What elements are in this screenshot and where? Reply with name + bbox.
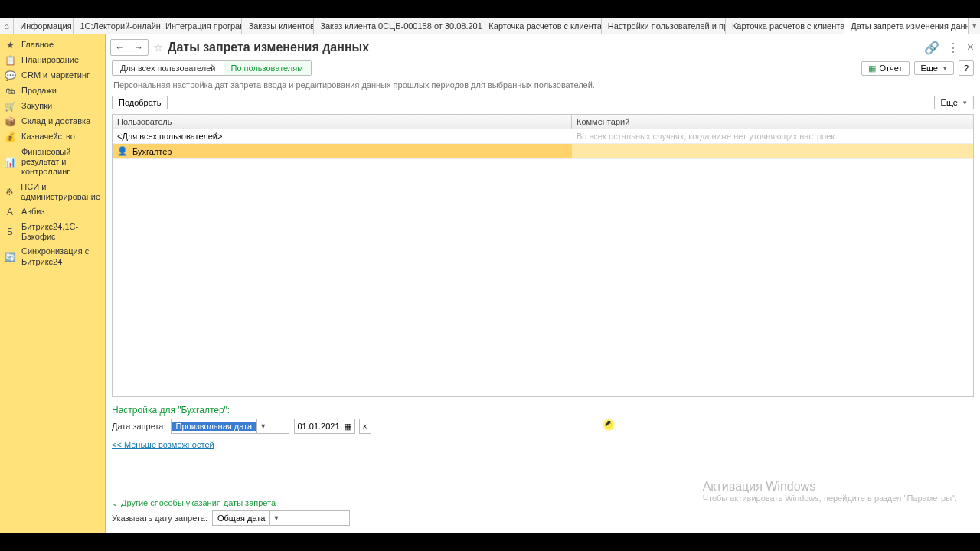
seg-by-users[interactable]: По пользователям <box>224 61 311 75</box>
seg-all-users[interactable]: Для всех пользователей <box>113 61 224 75</box>
kebab-icon[interactable]: ⋮ <box>947 41 959 55</box>
chevron-down-icon: ▼ <box>270 511 282 525</box>
home-button[interactable]: ⌂ <box>0 18 14 34</box>
gear-icon: ⚙ <box>5 187 15 197</box>
less-options-link[interactable]: << Меньше возможностей <box>106 437 980 452</box>
chevron-down-icon: ▼ <box>256 419 269 433</box>
sidebar-item-purchasing[interactable]: 🛒Закупки <box>0 99 105 114</box>
bag-icon: 🛍 <box>5 86 15 96</box>
sidebar-item-sync[interactable]: 🔄Синхронизация с Битрикс24 <box>0 244 105 269</box>
date-field[interactable] <box>295 419 341 433</box>
clipboard-icon: 📋 <box>5 55 15 66</box>
date-type-select[interactable]: Произвольная дата ▼ <box>171 419 289 434</box>
letter-icon: А <box>5 207 15 217</box>
forward-button[interactable]: → <box>129 40 148 55</box>
more-button-2[interactable]: Еще <box>934 96 974 109</box>
scope-segment: Для всех пользователей По пользователям <box>112 60 312 76</box>
tab-item[interactable]: Настройки пользователей и прав× <box>602 18 726 34</box>
sync-icon: 🔄 <box>5 252 15 262</box>
chat-icon: 💬 <box>5 70 15 81</box>
close-icon[interactable]: × <box>967 41 974 54</box>
windows-watermark: Активация Windows Чтобы активировать Win… <box>703 480 957 503</box>
table-row[interactable]: 👤Бухгалтер <box>113 144 973 159</box>
specify-label: Указывать дату запрета: <box>112 514 207 523</box>
letter-icon: Б <box>5 227 15 237</box>
settings-heading: Настройка для "Бухгалтер": <box>106 397 980 419</box>
sidebar-item-treasury[interactable]: 💰Казначейство <box>0 129 105 145</box>
cart-icon: 🛒 <box>5 101 15 112</box>
tab-item[interactable]: 1С:Лекторий-онлайн. Интеграция программ … <box>74 18 242 34</box>
user-icon: 👤 <box>117 146 128 156</box>
chevron-down-icon: ⌄ <box>112 499 118 507</box>
sidebar: ★Главное 📋Планирование 💬CRM и маркетинг … <box>0 34 106 533</box>
date-input[interactable]: ▦ <box>294 419 355 434</box>
table-row[interactable]: <Для всех пользователей> Во всех остальн… <box>113 129 973 144</box>
back-button[interactable]: ← <box>111 40 129 55</box>
pick-button[interactable]: Подобрать <box>112 96 168 109</box>
report-button[interactable]: ▦Отчет <box>861 61 909 76</box>
users-table: Пользователь Комментарий <Для всех польз… <box>112 114 974 397</box>
sidebar-item-admin[interactable]: ⚙НСИ и администрирование <box>0 180 105 204</box>
tab-bar: ⌂ Информация× 1С:Лекторий-онлайн. Интегр… <box>0 18 980 34</box>
favorite-icon[interactable]: ☆ <box>153 41 163 54</box>
sidebar-item-finance[interactable]: 📊Финансовый результат и контроллинг <box>0 145 105 180</box>
page-title: Даты запрета изменения данных <box>168 41 369 54</box>
clear-button[interactable]: × <box>359 419 371 434</box>
calendar-icon[interactable]: ▦ <box>341 419 354 433</box>
link-icon[interactable]: 🔗 <box>924 41 939 55</box>
help-button[interactable]: ? <box>959 60 974 76</box>
chart-icon: 📊 <box>5 157 15 168</box>
hint-text: Персональная настройка дат запрета ввода… <box>106 80 980 96</box>
sidebar-item-sales[interactable]: 🛍Продажи <box>0 83 105 99</box>
sidebar-item-avbiz[interactable]: ААвбиз <box>0 204 105 220</box>
sidebar-item-main[interactable]: ★Главное <box>0 37 105 53</box>
date-label: Дата запрета: <box>112 422 166 431</box>
tab-item[interactable]: Заказ клиента 0СЦБ-000158 от 30.08.2018 … <box>314 18 482 34</box>
specify-select[interactable]: Общая дата ▼ <box>212 510 350 526</box>
tab-scroll[interactable]: ▾ <box>969 18 980 34</box>
money-icon: 💰 <box>5 132 15 142</box>
more-button[interactable]: Еще <box>914 61 954 75</box>
sidebar-item-bitrix[interactable]: ББитрикс24.1С-Бэкофис <box>0 220 105 244</box>
tab-item[interactable]: Заказы клиентов× <box>242 18 314 34</box>
tab-item[interactable]: Карточка расчетов с клиентами× <box>726 18 844 34</box>
col-comment[interactable]: Комментарий <box>572 115 973 129</box>
tab-item[interactable]: Карточка расчетов с клиентами× <box>482 18 601 34</box>
star-icon: ★ <box>5 40 15 51</box>
tab-item[interactable]: Даты запрета изменения данных× <box>844 18 969 34</box>
col-user[interactable]: Пользователь <box>113 115 572 129</box>
tab-item[interactable]: Информация× <box>14 18 74 34</box>
box-icon: 📦 <box>5 116 15 127</box>
sidebar-item-warehouse[interactable]: 📦Склад и доставка <box>0 114 105 129</box>
sidebar-item-crm[interactable]: 💬CRM и маркетинг <box>0 68 105 83</box>
sidebar-item-planning[interactable]: 📋Планирование <box>0 53 105 68</box>
